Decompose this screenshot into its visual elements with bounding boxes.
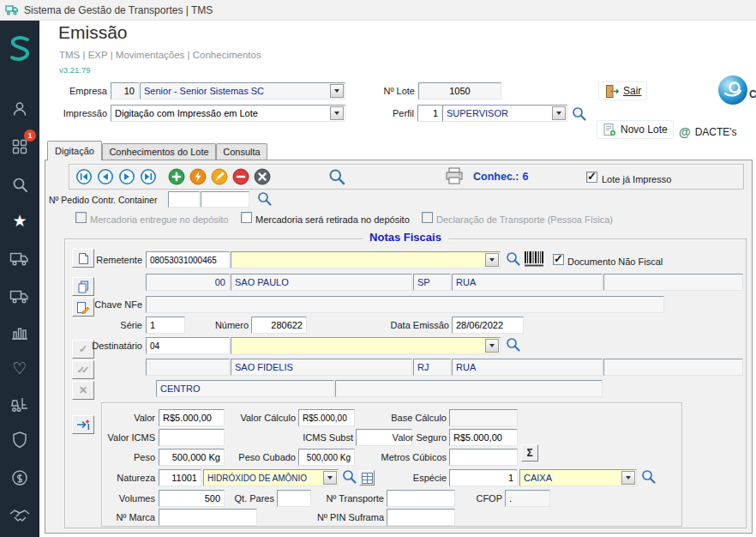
mercadoria-retirada-checkbox[interactable]	[241, 212, 252, 223]
n-transporte-label: Nº Transporte	[322, 490, 384, 507]
natureza-search-button[interactable]	[341, 468, 357, 485]
confirm-all-notas-button[interactable]	[72, 360, 94, 379]
sidebar-item-partners[interactable]	[0, 503, 39, 528]
natureza-grid-button[interactable]	[359, 470, 375, 486]
pedido-search-button[interactable]	[256, 190, 273, 207]
perfil-search-button[interactable]	[571, 106, 587, 122]
destinatario-name-combo[interactable]	[231, 337, 501, 354]
lote-field[interactable]: 1050	[418, 82, 501, 100]
tab-label: Conhecimentos do Lote	[109, 147, 208, 157]
sidebar-item-search[interactable]	[0, 172, 39, 197]
qt-pares-field[interactable]	[277, 490, 311, 507]
serie-field[interactable]: 1	[146, 317, 185, 334]
delete-record-button[interactable]	[232, 168, 249, 185]
remetente-code-field[interactable]: 08053031000465	[146, 251, 230, 268]
destinatario-search-button[interactable]	[505, 336, 521, 353]
lote-ja-impresso-checkbox[interactable]	[586, 172, 597, 183]
tab-digitacao[interactable]: Digitação	[47, 141, 102, 160]
barcode-button[interactable]	[524, 250, 544, 268]
add-record-button[interactable]	[168, 168, 185, 185]
sidebar-item-security[interactable]	[0, 427, 39, 453]
valor-seguro-field[interactable]: R$5.000,00	[449, 429, 518, 446]
n-pin-suframa-field[interactable]	[387, 509, 455, 526]
base-calculo-field[interactable]	[449, 409, 518, 426]
remetente-search-button[interactable]	[505, 250, 521, 267]
especie-dropdown-button[interactable]	[621, 471, 635, 485]
especie-code-field[interactable]: 1	[449, 469, 518, 486]
sidebar-item-modules[interactable]: 1	[0, 134, 39, 160]
previous-record-button[interactable]	[97, 168, 114, 185]
transfer-nota-button[interactable]	[72, 415, 94, 434]
sair-button[interactable]: Sair	[598, 81, 647, 100]
mdfe-logo-button[interactable]	[717, 74, 749, 106]
sidebar-item-shipments[interactable]	[0, 245, 39, 271]
last-record-button[interactable]	[140, 168, 157, 185]
impressao-dropdown-button[interactable]	[330, 106, 344, 120]
tab-consulta[interactable]: Consulta	[216, 143, 267, 160]
copy-nota-button[interactable]	[72, 277, 94, 296]
valor-field[interactable]: R$5.000,00	[159, 409, 225, 426]
sidebar-item-reports[interactable]	[0, 319, 39, 345]
serie-label: Série	[69, 317, 142, 334]
valor-icms-field[interactable]	[159, 429, 225, 446]
natureza-code-field[interactable]: 11001	[159, 469, 201, 486]
perfil-dropdown-button[interactable]	[552, 106, 566, 120]
metros-cubicos-field[interactable]	[449, 449, 518, 466]
sidebar-item-favorites[interactable]	[0, 208, 39, 233]
sidebar-logo[interactable]	[0, 31, 39, 69]
peso-cubado-field[interactable]: 500,000 Kg	[298, 449, 355, 466]
discard-nota-button[interactable]	[72, 381, 94, 400]
sidebar-item-health[interactable]	[0, 355, 39, 381]
empresa-combo[interactable]: Senior - Senior Sistemas SC	[140, 82, 345, 100]
post-record-button[interactable]	[189, 168, 207, 185]
sidebar-item-user[interactable]	[0, 96, 39, 122]
peso-field[interactable]: 500,000 Kg	[159, 449, 225, 466]
natureza-dropdown-button[interactable]	[323, 471, 337, 485]
perfil-combo-value: SUPERVISOR	[447, 108, 508, 118]
numero-field[interactable]: 280622	[251, 317, 307, 334]
sidebar-item-finance[interactable]	[0, 465, 39, 491]
perfil-combo[interactable]: SUPERVISOR	[442, 105, 567, 122]
sidebar-item-warehouse[interactable]	[0, 391, 39, 417]
remetente-dropdown-button[interactable]	[485, 253, 499, 267]
empresa-label: Empresa	[50, 82, 107, 100]
n-transporte-field[interactable]	[387, 490, 455, 507]
sum-button[interactable]: Σ	[521, 444, 538, 462]
empresa-dropdown-button[interactable]	[330, 84, 344, 98]
natureza-combo-value: HIDRÓXIDO DE AMÔNIO	[207, 474, 307, 483]
especie-combo[interactable]: CAIXA	[519, 469, 637, 486]
remetente-name-combo[interactable]	[231, 251, 501, 268]
valor-calculo-field[interactable]: R$5.000,00	[298, 409, 355, 426]
volumes-field[interactable]: 500	[159, 490, 225, 507]
data-emissao-field[interactable]: 28/06/2022	[452, 317, 524, 334]
pedido-field-1[interactable]	[168, 191, 200, 208]
edit-record-button[interactable]	[211, 168, 228, 185]
tab-conhecimentos-do-lote[interactable]: Conhecimentos do Lote	[102, 143, 216, 160]
declaracao-transporte-checkbox[interactable]	[422, 212, 433, 223]
destinatario-code-field[interactable]: 04	[146, 337, 230, 354]
documento-nao-fiscal-checkbox[interactable]	[553, 254, 564, 265]
empresa-code-field[interactable]: 10	[111, 82, 139, 100]
chave-nfe-field[interactable]	[146, 296, 664, 313]
magnifier-icon	[256, 190, 273, 207]
next-record-button[interactable]	[118, 168, 135, 185]
destinatario-dropdown-button[interactable]	[485, 339, 499, 353]
destinatario-label: Destinatário	[69, 337, 142, 354]
print-button[interactable]	[444, 166, 465, 185]
toolbar-search-button[interactable]	[327, 167, 346, 186]
impressao-combo[interactable]: Digitação com Impressão em Lote	[111, 105, 345, 122]
sidebar-item-fleet[interactable]	[0, 283, 39, 309]
especie-search-button[interactable]	[640, 468, 657, 485]
dactes-button[interactable]: @ DACTE's	[674, 123, 742, 142]
first-record-button[interactable]	[75, 168, 93, 185]
perfil-code-field[interactable]: 1	[417, 105, 442, 122]
cfop-field[interactable]: .	[505, 490, 550, 507]
natureza-combo[interactable]: HIDRÓXIDO DE AMÔNIO	[203, 469, 339, 486]
novo-lote-button[interactable]: Novo Lote	[597, 120, 674, 139]
bairro-field: CENTRO	[156, 380, 334, 397]
n-marca-field[interactable]	[159, 509, 257, 526]
cancel-record-button[interactable]	[254, 168, 271, 185]
mercadoria-entregue-checkbox[interactable]	[75, 212, 87, 223]
pedido-field-2[interactable]	[201, 191, 249, 208]
tab-label: Digitação	[55, 146, 94, 156]
